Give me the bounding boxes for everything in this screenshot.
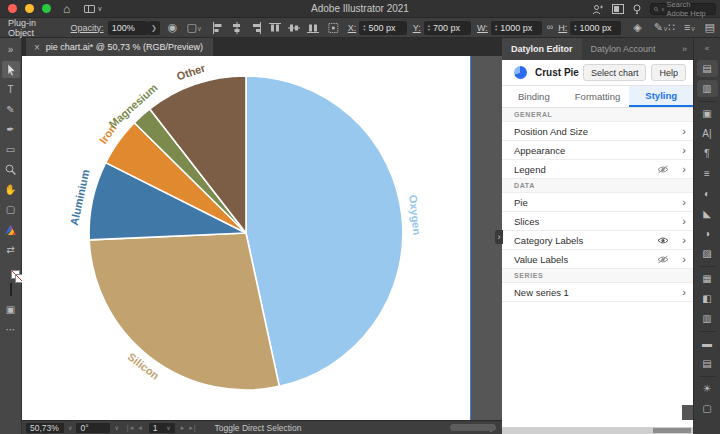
swap-fill-stroke-icon[interactable]: ⇄ xyxy=(2,241,20,258)
panel-hscroll-track[interactable] xyxy=(502,427,693,434)
row-position-and-size[interactable]: Position And Size› xyxy=(502,122,693,141)
h-value-field[interactable]: ▴▾1000 px xyxy=(570,21,621,35)
panel-options-icon[interactable]: ≡∨ xyxy=(684,22,696,33)
stroke-panel-icon[interactable]: ≡ xyxy=(697,165,718,182)
first-artboard-icon[interactable]: |◂ xyxy=(127,424,134,432)
zoom-level-field[interactable]: 50,73% xyxy=(26,423,64,433)
row-slices[interactable]: Slices› xyxy=(502,212,693,231)
datylon-plugin-icon[interactable] xyxy=(2,221,20,238)
rotation-field[interactable]: 0° xyxy=(76,423,110,433)
type-tool-icon[interactable]: T xyxy=(2,81,20,98)
shaper-tool-icon[interactable]: ✎∨ xyxy=(654,22,668,33)
graphic-style-icon[interactable]: ▢∨ xyxy=(186,22,202,33)
constrain-proportions-link-icon[interactable]: ∞ xyxy=(547,23,553,32)
artboard-number-field[interactable]: 1∨ xyxy=(149,423,175,433)
account-icon[interactable] xyxy=(592,4,603,15)
zoom-tool-icon[interactable] xyxy=(2,161,20,178)
row-value-labels[interactable]: Value Labels › xyxy=(502,250,693,269)
hand-tool-icon[interactable]: ✋ xyxy=(2,181,20,198)
character-panel-icon[interactable]: A| xyxy=(697,125,718,142)
select-chart-button[interactable]: Select chart xyxy=(583,64,647,81)
paintbrush-tool-icon[interactable]: ✎ xyxy=(2,101,20,118)
panel-scroll-thumb[interactable] xyxy=(682,405,693,420)
x-value-field[interactable]: ▴▾500 px xyxy=(359,21,406,35)
align-vcenter-icon[interactable] xyxy=(288,22,300,34)
row-legend[interactable]: Legend › xyxy=(502,160,693,179)
zoom-dropdown-icon[interactable]: ∨ xyxy=(68,424,72,431)
panel-collapse-handle[interactable]: › xyxy=(495,230,503,244)
align-bottom-icon[interactable] xyxy=(307,22,319,34)
y-value-field[interactable]: ▴▾700 px xyxy=(424,21,471,35)
eyedropper-tool-icon[interactable]: ✒ xyxy=(2,121,20,138)
align-panel-icon[interactable]: ▥ xyxy=(697,310,718,327)
eye-icon[interactable] xyxy=(657,236,669,247)
discover-lightbulb-icon[interactable] xyxy=(633,4,641,15)
artboard-canvas[interactable]: OxygenSiliconAluminiumIronMagnesiumOther xyxy=(22,56,470,420)
next-artboard-icon[interactable]: ▸ xyxy=(181,424,186,432)
color-mode-bar[interactable] xyxy=(2,281,20,298)
row-category-labels[interactable]: Category Labels › xyxy=(502,231,693,250)
align-left-icon[interactable] xyxy=(212,22,224,34)
artboards-panel-icon[interactable]: ▢ xyxy=(697,400,718,417)
h-label[interactable]: H: xyxy=(558,23,567,33)
opacity-dropdown[interactable]: ❯ xyxy=(148,21,160,35)
rectangle-tool-icon[interactable]: ▭ xyxy=(2,141,20,158)
expand-toolbar-icon[interactable]: » xyxy=(2,41,20,58)
reference-point-icon[interactable] xyxy=(328,22,339,34)
row-new-series-1[interactable]: New series 1› xyxy=(502,283,693,302)
tab-binding[interactable]: Binding xyxy=(502,86,566,107)
w-value-field[interactable]: ▴▾1000 px xyxy=(491,21,542,35)
prev-artboard-icon[interactable]: ◂ xyxy=(138,424,143,432)
arrange-documents-icon[interactable] xyxy=(612,4,624,14)
selection-tool-icon[interactable] xyxy=(2,61,20,78)
control-list-icon[interactable]: ▤ xyxy=(705,22,715,33)
help-button[interactable]: Help xyxy=(651,64,686,81)
tab-formatting[interactable]: Formatting xyxy=(566,86,630,107)
collapse-dock-icon[interactable]: « xyxy=(697,40,718,57)
close-document-icon[interactable]: × xyxy=(34,42,40,53)
align-right-icon[interactable] xyxy=(250,22,262,34)
transparency-panel-icon[interactable]: ◑ xyxy=(697,225,718,242)
pie-slice-silicon[interactable] xyxy=(89,233,279,390)
fill-stroke-swatches[interactable] xyxy=(2,261,20,278)
paragraph-panel-icon[interactable]: ¶ xyxy=(697,145,718,162)
row-pie[interactable]: Pie› xyxy=(502,193,693,212)
transform-panel-icon[interactable]: ▦ xyxy=(697,270,718,287)
draw-mode-icon[interactable]: ▣ xyxy=(2,301,20,318)
tab-datylon-account[interactable]: Datylon Account xyxy=(582,38,665,60)
cc-libraries-panel-icon[interactable]: ▤ xyxy=(697,355,718,372)
swatches-panel-icon[interactable]: ◐ xyxy=(697,185,718,202)
zoom-window-button[interactable] xyxy=(42,4,51,13)
minimize-window-button[interactable] xyxy=(25,4,34,13)
eye-off-icon[interactable] xyxy=(657,255,669,266)
close-window-button[interactable] xyxy=(8,4,17,13)
transform-icon[interactable]: ◈ xyxy=(633,22,641,33)
rotation-dropdown-icon[interactable]: ∨ xyxy=(114,424,118,431)
opacity-value-field[interactable]: 100% xyxy=(108,21,148,35)
gradient-panel-icon[interactable]: ◣ xyxy=(697,205,718,222)
preferences-grid-icon[interactable]: ∷ xyxy=(668,22,675,33)
search-help-field[interactable]: ∨ Search Adobe Help xyxy=(650,3,716,15)
pie-chart[interactable]: OxygenSiliconAluminiumIronMagnesiumOther xyxy=(22,56,470,420)
links-panel-icon[interactable]: ▨ xyxy=(697,245,718,262)
library-panel-icon[interactable]: ▥ xyxy=(697,80,718,97)
artboard-tool-icon[interactable]: ▢ xyxy=(2,201,20,218)
recolor-artwork-icon[interactable]: ◉ xyxy=(168,22,178,33)
more-tools-icon[interactable]: ⋯ xyxy=(2,321,20,338)
x-label[interactable]: X: xyxy=(348,23,357,33)
align-hcenter-icon[interactable] xyxy=(231,22,243,34)
canvas-hscroll-thumb[interactable] xyxy=(450,424,496,431)
align-top-icon[interactable] xyxy=(269,22,281,34)
w-label[interactable]: W: xyxy=(477,23,488,33)
pathfinder-panel-icon[interactable]: ◧ xyxy=(697,290,718,307)
y-label[interactable]: Y: xyxy=(413,23,421,33)
panel-hscroll-thumb[interactable] xyxy=(653,428,691,433)
row-appearance[interactable]: Appearance› xyxy=(502,141,693,160)
workspace-switcher-icon[interactable]: ∨ xyxy=(84,5,102,13)
libraries-panel-icon[interactable]: ▤ xyxy=(697,60,718,77)
opacity-label[interactable]: Opacity: xyxy=(71,23,104,33)
last-artboard-icon[interactable]: ▸| xyxy=(189,424,196,432)
asset-export-panel-icon[interactable]: ☀ xyxy=(697,380,718,397)
layers-panel-icon[interactable]: ▣ xyxy=(697,105,718,122)
home-icon[interactable]: ⌂ xyxy=(63,3,70,15)
